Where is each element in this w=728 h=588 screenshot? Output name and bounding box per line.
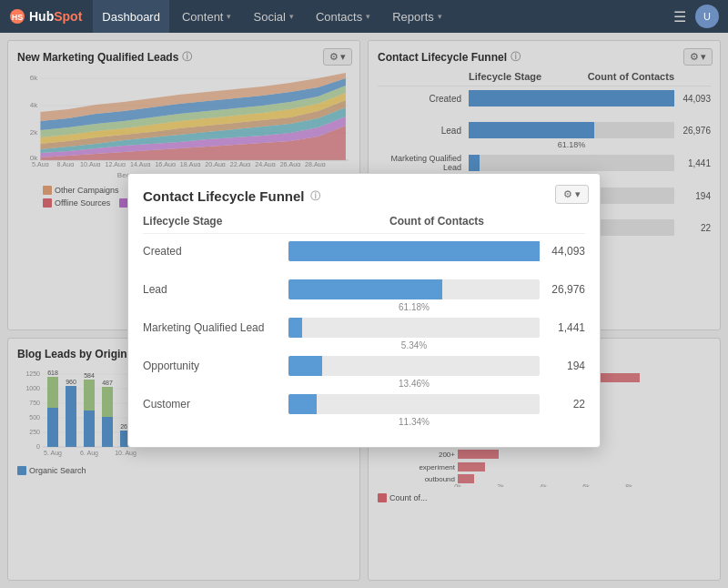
- funnel-modal: Contact Lifecycle Funnel ⓘ ⚙ ▾ Lifecycle…: [127, 173, 601, 448]
- hubspot-logo-icon: HS: [9, 8, 25, 25]
- navbar-right: ☰ U: [673, 5, 719, 28]
- funnel-modal-title: Contact Lifecycle Funnel ⓘ: [143, 188, 585, 204]
- nav-contacts-label: Contacts: [316, 10, 362, 24]
- nav-contacts[interactable]: Contacts ▾: [307, 0, 379, 33]
- funnel-modal-gear-button[interactable]: ⚙ ▾: [555, 185, 589, 204]
- chevron-down-icon: ▾: [227, 12, 231, 21]
- nav-social[interactable]: Social ▾: [244, 0, 302, 33]
- logo-text: HubSpot: [29, 9, 82, 24]
- nav-social-label: Social: [253, 10, 285, 24]
- nav-content-label: Content: [182, 10, 224, 24]
- chevron-down-icon: ▾: [289, 12, 294, 21]
- nav-reports[interactable]: Reports ▾: [383, 0, 451, 33]
- logo[interactable]: HS HubSpot: [9, 8, 82, 25]
- gear-icon: ⚙: [563, 188, 572, 200]
- nav-dashboard-label: Dashboard: [102, 10, 160, 24]
- modal-funnel-row-mql: Marketing Qualified Lead 5.34% 1,441: [143, 318, 585, 338]
- gear-dropdown-icon: ▾: [575, 188, 581, 200]
- navbar: HS HubSpot Dashboard Content ▾ Social ▾ …: [0, 0, 728, 33]
- nav-content[interactable]: Content ▾: [173, 0, 241, 33]
- modal-overlay[interactable]: Contact Lifecycle Funnel ⓘ ⚙ ▾ Lifecycle…: [0, 33, 728, 588]
- svg-text:HS: HS: [12, 13, 24, 22]
- nav-reports-label: Reports: [392, 10, 434, 24]
- avatar[interactable]: U: [695, 5, 719, 28]
- modal-funnel-row-created: Created 44,093: [143, 241, 585, 261]
- chevron-down-icon: ▾: [438, 12, 442, 21]
- nav-dashboard[interactable]: Dashboard: [93, 0, 169, 33]
- funnel-modal-header: Lifecycle Stage Count of Contacts: [143, 215, 585, 234]
- modal-funnel-row-lead: Lead 61.18% 26,976: [143, 279, 585, 299]
- info-icon[interactable]: ⓘ: [310, 189, 320, 203]
- modal-funnel-row-customer: Customer 11.34% 22: [143, 394, 585, 414]
- chevron-down-icon: ▾: [366, 12, 370, 21]
- menu-icon[interactable]: ☰: [673, 8, 686, 25]
- modal-funnel-row-opportunity: Opportunity 13.46% 194: [143, 356, 585, 376]
